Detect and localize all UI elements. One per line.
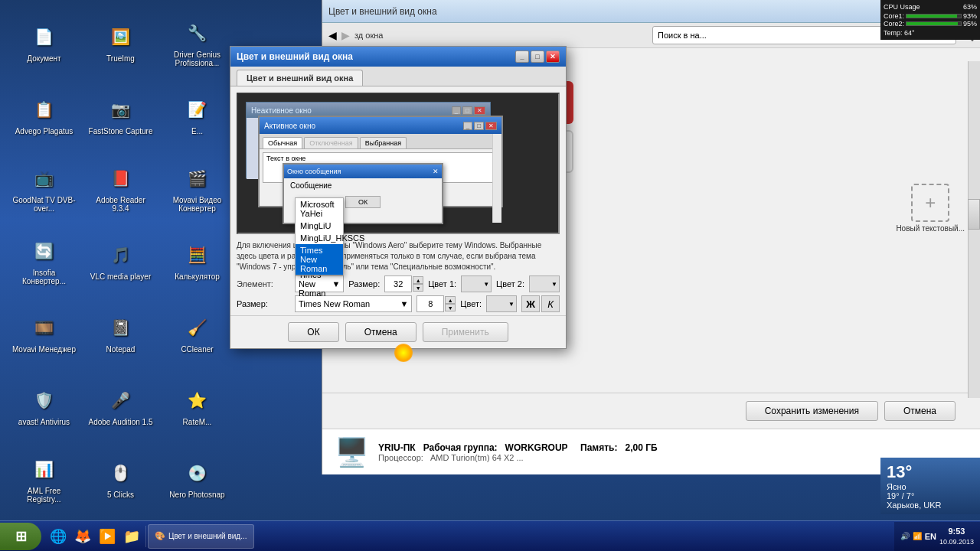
desktop-icons-area: 📄 Документ 🖼️ TrueImg 🔧 Driver Genius Pr… <box>0 0 237 520</box>
nav-breadcrumb: зд окна <box>354 31 648 40</box>
size-down-button-2[interactable]: ▼ <box>445 304 456 311</box>
dialog-close-button[interactable]: ✕ <box>546 51 560 63</box>
tray-lang[interactable]: EN <box>925 532 936 541</box>
workgroup-value: WORKGROUP <box>505 442 568 453</box>
desktop-icon-goodnat[interactable]: 📺 GoodNat TV DVB-over... <box>8 153 80 222</box>
desktop-icon-calc[interactable]: 🧮 Калькулятор <box>161 226 234 295</box>
cancel-button[interactable]: Отмена <box>884 401 956 421</box>
desktop-icon-driver[interactable]: 🔧 Driver Genius Profissiona... <box>161 8 234 77</box>
font-color-picker[interactable]: ▼ <box>486 295 517 312</box>
element-dropdown-list: Microsoft YaHei MingLiU MingLiU_HKSCS Ti… <box>295 197 344 276</box>
preview-msgbox-ok-button[interactable]: ОК <box>345 196 381 208</box>
desktop-icon-doc[interactable]: 📄 Документ <box>8 8 80 77</box>
main-scrollbar-track <box>968 61 980 398</box>
dropdown-item-mingliu[interactable]: MingLiU <box>296 220 343 232</box>
desktop-icon-vlc[interactable]: 🎵 VLC media player <box>84 226 157 295</box>
preview-active-tabs: Обычная Отключённая Выбранная <box>260 134 501 149</box>
desktop-icon-movavi2[interactable]: 🎞️ Movavi Менеджер <box>8 298 80 367</box>
preview-active-title: Активное окно _ □ ✕ <box>260 117 501 134</box>
dialog-apply-button[interactable]: Применить <box>423 322 508 342</box>
desktop-icon-faststone[interactable]: 📷 FastStone Capture <box>84 80 157 149</box>
desktop-icon-movavi[interactable]: 🎬 Movavi Видео Конвертер <box>161 153 234 222</box>
desktop-icon-trueimg[interactable]: 🖼️ TrueImg <box>84 8 157 77</box>
save-changes-button[interactable]: Сохранить изменения <box>746 401 878 421</box>
element-select[interactable]: Times New Roman ▼ <box>295 276 344 292</box>
desktop-icon-avast[interactable]: 🛡️ avast! Antivirus <box>8 371 80 440</box>
style-buttons: Ж К <box>521 295 560 312</box>
bold-button[interactable]: Ж <box>521 295 540 312</box>
desktop-icon-adobe[interactable]: 📕 Adobe Reader 9.3.4 <box>84 153 157 222</box>
weather-range: 19° / 7° <box>887 491 974 500</box>
font-select[interactable]: Times New Roman ▼ <box>295 295 412 312</box>
size-input-2-area: ▲ ▼ <box>416 295 456 312</box>
quicklaunch-firefox[interactable]: 🦊 <box>72 526 93 547</box>
quicklaunch-ie[interactable]: 🌐 <box>47 526 69 547</box>
desktop-icon-nero[interactable]: 💿 Nero Photosnap <box>161 444 234 513</box>
taskbar-items-area: 🎨 Цвет и внешний вид... <box>146 521 894 551</box>
preview-msgbox-close-icon[interactable]: ✕ <box>433 168 439 175</box>
main-scrollbar-thumb[interactable] <box>968 199 980 230</box>
color1-dropdown-arrow-icon: ▼ <box>483 281 489 288</box>
clock-date: 10.09.2013 <box>939 537 974 547</box>
new-theme-button[interactable]: + Новый текстовый... <box>896 184 965 233</box>
color1-picker[interactable]: ▼ <box>461 276 492 292</box>
element-dropdown-container: Times New Roman ▼ Microsoft YaHei MingLi… <box>295 276 344 292</box>
color2-picker[interactable]: ▼ <box>529 276 560 292</box>
desktop-icon-ccleaner[interactable]: 🧹 CCleaner <box>161 298 234 367</box>
preview-tab-disabled[interactable]: Отключённая <box>304 137 358 148</box>
preview-active-window: Активное окно _ □ ✕ Обычная Отключённая … <box>258 116 503 207</box>
desktop-icon-aml[interactable]: 📊 AML Free Registry... <box>8 444 80 513</box>
desktop-icon-notepad[interactable]: 📓 Notepad <box>84 298 157 367</box>
new-theme-label: Новый текстовый... <box>896 224 965 233</box>
size-down-button-1[interactable]: ▼ <box>413 284 423 292</box>
taskbar-item-dialog[interactable]: 🎨 Цвет и внешний вид... <box>148 524 254 549</box>
dropdown-arrow-icon: ▼ <box>332 279 340 289</box>
cpu-core1-value: 93% <box>963 12 977 20</box>
dropdown-item-mingliu-hkscs[interactable]: MingLiU_HKSCS <box>296 232 343 244</box>
element-label: Элемент: <box>237 279 290 289</box>
preview-msgbox-title: Окно сообщения ✕ <box>284 165 442 178</box>
dialog-info-text: Для включения цветовой схемы "Windows Ae… <box>237 240 560 272</box>
computer-icon: 🖥️ <box>335 436 369 468</box>
desktop-icon-rate[interactable]: ⭐ RateM... <box>161 371 234 440</box>
quicklaunch-folder[interactable]: 📁 <box>121 526 142 547</box>
computer-details: YRIU-ПК Рабочая группа: WORKGROUP Память… <box>378 442 658 462</box>
dropdown-item-times-new-roman[interactable]: Times New Roman <box>296 244 343 275</box>
back-icon[interactable]: ◀ <box>328 29 337 41</box>
new-theme-icon: + <box>911 184 949 222</box>
desktop-icon-insofia[interactable]: 🔄 Insofia Конвертер... <box>8 226 80 295</box>
preview-tab-normal[interactable]: Обычная <box>263 137 302 148</box>
preview-scrollbar[interactable] <box>492 134 501 223</box>
dialog-titlebar-controls: _ □ ✕ <box>515 51 560 63</box>
size-input-2[interactable] <box>416 295 444 312</box>
desktop-icon-e[interactable]: 📝 Е... <box>161 80 234 149</box>
size-up-button-2[interactable]: ▲ <box>445 296 456 304</box>
desktop-icon-advego[interactable]: 📋 Advego Plagatus <box>8 80 80 149</box>
italic-button[interactable]: К <box>541 295 560 312</box>
desktop-icon-5clicks[interactable]: 🖱️ 5 Clicks <box>84 444 157 513</box>
size-input-area: ▲ ▼ <box>384 276 423 292</box>
dialog-tabs: Цвет и внешний вид окна <box>230 67 566 86</box>
dialog-maximize-button[interactable]: □ <box>531 51 544 63</box>
cpu-temp: Temp: 64° <box>884 29 977 37</box>
dropdown-item-yahei[interactable]: Microsoft YaHei <box>296 198 343 220</box>
desktop-icon-au[interactable]: 🎤 Adobe Audition 1.5 <box>84 371 157 440</box>
quicklaunch-mediaplayer[interactable]: ▶️ <box>96 526 118 547</box>
dialog-minimize-button[interactable]: _ <box>515 51 529 63</box>
cpu-widget: CPU Usage 63% Core1: 93% Core2: 95% Temp… <box>880 0 980 40</box>
tray-icon-1: 🔊 <box>900 532 910 540</box>
dialog-ok-button[interactable]: ОК <box>288 322 338 342</box>
dialog-tab-main[interactable]: Цвет и внешний вид окна <box>237 70 363 86</box>
cpu-value: 63% <box>963 3 977 11</box>
quicklaunch-area: 🌐 🦊 ▶️ 📁 <box>44 526 146 547</box>
size-input-1[interactable] <box>384 276 412 292</box>
font-selector-row: Размер: Times New Roman ▼ ▲ ▼ Цвет: ▼ Ж … <box>237 295 560 312</box>
preview-tab-selected[interactable]: Выбранная <box>360 137 407 148</box>
font-dropdown-arrow-icon: ▼ <box>400 299 408 308</box>
cpu-core1-bar <box>906 15 957 18</box>
dialog-cancel-button[interactable]: Отмена <box>345 322 416 342</box>
start-button[interactable]: ⊞ <box>0 523 41 550</box>
size-spinner-1: ▲ ▼ <box>413 276 423 292</box>
size-up-button-1[interactable]: ▲ <box>413 276 423 284</box>
forward-icon[interactable]: ▶ <box>341 29 350 41</box>
